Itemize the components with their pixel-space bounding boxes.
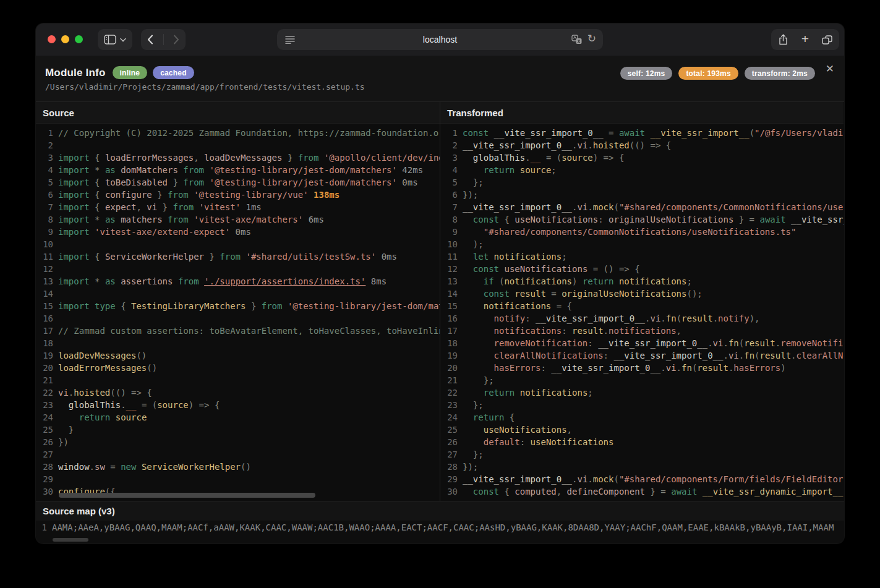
code-line: 4 return source; [440, 164, 844, 176]
share-button[interactable] [774, 30, 793, 49]
code-line: 10 ); [440, 238, 844, 250]
sidebar-icon [104, 35, 116, 45]
line-number: 5 [36, 176, 53, 189]
code-line: 2 [36, 139, 440, 151]
source-code: 1// Copyright (C) 2012-2025 Zammad Found… [36, 124, 440, 498]
code-line: 24 return source [36, 411, 440, 424]
line-number: 26 [36, 436, 53, 448]
address-bar[interactable]: localhost ↻ [277, 29, 603, 50]
horizontal-scrollbar-thumb[interactable] [59, 493, 315, 498]
code-panels: Source 1// Copyright (C) 2012-2025 Zamma… [36, 102, 844, 501]
code-line: 4import * as domMatchers from '@testing-… [36, 164, 440, 176]
browser-toolbar: localhost ↻ [36, 23, 844, 56]
close-button[interactable]: ✕ [826, 64, 834, 74]
line-number: 6 [440, 189, 458, 201]
tabs-icon [822, 35, 832, 45]
line-number: 23 [440, 399, 458, 411]
code-line: 15 notifications = { [440, 300, 844, 312]
reload-icon[interactable]: ↻ [587, 33, 596, 44]
line-number: 9 [36, 226, 53, 238]
line-number: 3 [36, 151, 53, 164]
back-button[interactable] [141, 30, 160, 49]
navigation-buttons [141, 29, 186, 50]
code-line: 23 globalThis.__ = (source) => { [36, 399, 440, 411]
line-number: 12 [440, 263, 458, 275]
transformed-panel-title: Transformed [440, 102, 844, 124]
module-badges: inlinecached [113, 66, 194, 79]
code-line: 13import * as assertions from './support… [36, 275, 440, 288]
file-path: /Users/vladimir/Projects/zammad/app/fron… [45, 82, 365, 92]
module-info-header: Module Info inlinecached self: 12mstotal… [36, 56, 844, 102]
page-title: Module Info [45, 67, 106, 79]
line-number: 21 [36, 374, 53, 386]
code-line: 13 if (notifications) return notificatio… [440, 275, 844, 288]
line-number: 1 [440, 127, 458, 139]
line-number: 3 [440, 151, 458, 164]
code-line: 3import { loadErrorMessages, loadDevMess… [36, 151, 440, 164]
timing-badge-self: self: 12ms [620, 67, 673, 80]
code-line: 26}) [36, 436, 440, 448]
line-number: 29 [440, 473, 458, 485]
line-number: 30 [36, 485, 53, 498]
source-map-mappings: AAMA;AAeA,yBAAG,QAAQ,MAAM;AACf,aAAW,KAAK… [52, 521, 834, 534]
code-line: 15import type { TestingLibraryMatchers }… [36, 300, 440, 312]
code-line: 27 [36, 448, 440, 461]
line-number: 27 [440, 448, 458, 461]
code-line: 16 notify: __vite_ssr_import_0__.vi.fn(r… [440, 312, 844, 325]
line-number: 14 [440, 288, 458, 300]
line-number: 15 [36, 300, 53, 312]
code-line: 12 [36, 263, 440, 275]
code-line: 26 default: useNotifications [440, 436, 844, 448]
transformed-code: 1const __vite_ssr_import_0__ = await __v… [440, 124, 844, 498]
traffic-light-close[interactable] [48, 35, 56, 43]
line-number: 24 [440, 411, 458, 424]
traffic-light-zoom[interactable] [75, 35, 83, 43]
line-number: 5 [440, 176, 458, 189]
source-map-section: Source map (v3) 1 AAMA;AAeA,yBAAG,QAAQ,M… [36, 501, 844, 543]
code-line: 21 [36, 374, 440, 386]
line-number: 26 [440, 436, 458, 448]
translate-icon[interactable] [571, 35, 582, 45]
chevron-left-icon [147, 35, 153, 45]
code-line: 24 return { [440, 411, 844, 424]
code-line: 22 return notifications; [440, 386, 844, 399]
line-number: 11 [440, 250, 458, 263]
code-line: 8 const { useNotifications: originalUseN… [440, 213, 844, 226]
traffic-light-minimize[interactable] [61, 35, 69, 43]
code-line: 19loadDevMessages() [36, 349, 440, 362]
line-number: 29 [36, 473, 53, 485]
code-line: 21 }; [440, 374, 844, 386]
sidebar-toggle-button[interactable] [98, 29, 132, 50]
line-number: 4 [36, 164, 53, 176]
code-line: 10 [36, 238, 440, 250]
line-number: 16 [36, 312, 53, 325]
line-number: 19 [440, 349, 458, 362]
new-tab-button[interactable]: + [795, 29, 815, 49]
line-number: 18 [36, 337, 53, 349]
code-line: 20 hasErrors: __vite_ssr_import_0__.vi.f… [440, 362, 844, 374]
toolbar-right-buttons: + [771, 29, 839, 50]
code-line: 9 "#shared/components/CommonNotification… [440, 226, 844, 238]
tab-overview-button[interactable] [818, 30, 837, 49]
browser-window: localhost ↻ [36, 23, 844, 543]
line-number: 20 [36, 362, 53, 374]
forward-button[interactable] [167, 30, 186, 49]
code-line: 29__vite_ssr_import_0__.vi.mock("#shared… [440, 473, 844, 485]
line-number: 7 [440, 201, 458, 213]
code-line: 17// Zammad custom assertions: toBeAvata… [36, 325, 440, 337]
chevron-down-icon [120, 38, 126, 42]
horizontal-scrollbar-thumb[interactable] [53, 538, 88, 542]
line-number: 7 [36, 201, 53, 213]
code-line: 28}); [440, 461, 844, 473]
line-number: 11 [36, 250, 53, 263]
code-line: 20loadErrorMessages() [36, 362, 440, 374]
import-path-link[interactable]: './support/assertions/index.ts' [204, 276, 365, 286]
line-number: 25 [440, 424, 458, 436]
line-number: 14 [36, 288, 53, 300]
code-line: 25 } [36, 424, 440, 436]
badge-inline: inline [113, 66, 148, 79]
line-number: 10 [36, 238, 53, 250]
code-line: 23 }; [440, 399, 844, 411]
line-number: 30 [440, 485, 458, 498]
code-line: 7__vite_ssr_import_0__.vi.mock("#shared/… [440, 201, 844, 213]
